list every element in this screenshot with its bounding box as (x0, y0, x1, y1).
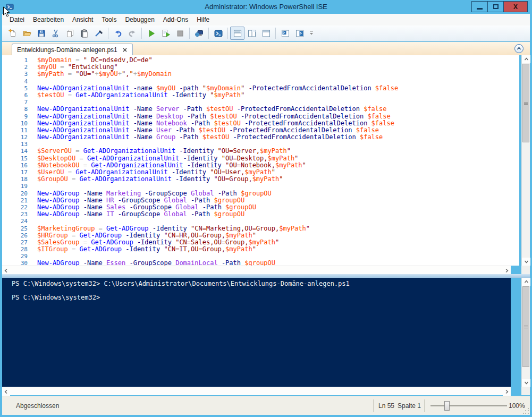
line-number: 28 (2, 246, 28, 253)
console-scroll-right-button[interactable] (503, 387, 511, 396)
line-number: 24 (2, 218, 28, 225)
menu-item-add-ons[interactable]: Add-Ons (159, 14, 192, 25)
undo-button[interactable] (111, 27, 125, 40)
minimize-button[interactable] (471, 1, 488, 12)
copy-icon (65, 29, 75, 38)
save-script-icon (37, 29, 46, 38)
code-line[interactable]: $testOU = Get-ADOrganizationalUnit -Iden… (37, 92, 398, 99)
code-line[interactable]: $ITGroup = Get-ADGroup -Identity "CN=IT,… (37, 246, 398, 253)
editor-scroll-down-button[interactable] (522, 258, 530, 266)
console-pane[interactable]: PS C:\Windows\system32> C:\Users\Adminis… (2, 278, 511, 387)
undo-icon (113, 29, 123, 38)
run-script-button[interactable] (144, 27, 158, 40)
show-script-pane-maximized-button[interactable] (259, 27, 273, 40)
editor-horizontal-scrollbar[interactable] (2, 266, 511, 274)
code-line[interactable]: New-ADGroup -Name Essen -GroupScope Doma… (37, 260, 398, 266)
resize-grip-icon[interactable] (522, 407, 529, 414)
console-scroll-up-button[interactable] (522, 278, 530, 286)
editor-scrollbar-thumb[interactable] (522, 64, 529, 142)
code-line[interactable]: $GroupOU = Get-ADOrganizationalUnit -Ide… (37, 176, 398, 183)
chevron-left-icon (3, 389, 9, 395)
line-number: 5 (2, 85, 28, 92)
chevron-up-icon (523, 56, 529, 62)
menu-item-hilfe[interactable]: Hilfe (192, 14, 214, 25)
close-button[interactable]: X (503, 1, 528, 12)
stop-operation-button[interactable] (173, 27, 187, 40)
toolbar (2, 25, 530, 41)
start-powershell-button[interactable] (211, 27, 225, 40)
powershell-window-right-icon (295, 29, 305, 38)
new-script-button[interactable] (5, 27, 20, 40)
powershell-window-right-button[interactable] (292, 27, 307, 40)
open-script-button[interactable] (20, 27, 34, 40)
toolbar-separator (208, 28, 209, 39)
console-scrollbar-corner (521, 387, 530, 395)
run-selection-button[interactable] (158, 27, 173, 40)
line-number: 10 (2, 120, 28, 127)
line-number: 16 (2, 162, 28, 169)
line-number: 26 (2, 232, 28, 239)
powershell-window-left-icon (281, 29, 290, 38)
line-number: 21 (2, 197, 28, 204)
editor-scroll-right-button[interactable] (503, 266, 511, 275)
line-number: 3 (2, 71, 28, 78)
console-vertical-scrollbar[interactable] (521, 278, 530, 387)
show-script-pane-right-button[interactable] (244, 27, 259, 40)
editor-vertical-scrollbar[interactable] (521, 55, 530, 266)
paste-button[interactable] (77, 27, 91, 40)
editor-scroll-left-button[interactable] (2, 266, 10, 275)
line-number: 25 (2, 225, 28, 232)
chevron-down-icon (523, 259, 529, 265)
show-script-pane-top-button[interactable] (230, 27, 244, 40)
redo-button[interactable] (125, 27, 139, 40)
line-number: 22 (2, 204, 28, 211)
toolbar-separator (275, 28, 276, 39)
new-remote-powershell-tab-button[interactable] (192, 27, 206, 40)
collapse-script-pane-button[interactable] (514, 44, 523, 53)
zoom-slider[interactable] (430, 405, 507, 406)
line-number: 29 (2, 253, 28, 260)
cursor-line-indicator: Ln 55 (378, 396, 394, 415)
powershell-window-left-button[interactable] (278, 27, 292, 40)
window-title: Administrator: Windows PowerShell ISE (0, 0, 532, 14)
menu-item-debuggen[interactable]: Debuggen (121, 14, 158, 25)
console-scroll-down-button[interactable] (522, 379, 530, 387)
status-bar: Abgeschlossen Ln 55 Spalte 1 100% (2, 396, 530, 415)
line-number: 17 (2, 169, 28, 176)
console-scroll-left-button[interactable] (2, 387, 10, 396)
code-line[interactable]: New-ADOrganizationalUnit -Name Group -Pa… (37, 134, 398, 141)
zoom-slider-thumb[interactable] (444, 401, 450, 411)
toolbar-separator (108, 28, 108, 39)
show-script-pane-right-icon (247, 29, 257, 38)
maximize-icon (493, 4, 499, 9)
line-number: 20 (2, 190, 28, 197)
tab-close-button[interactable] (122, 47, 128, 53)
editor-scroll-up-button[interactable] (522, 55, 530, 63)
cut-button[interactable] (48, 27, 63, 40)
line-number: 8 (2, 106, 28, 113)
clear-console-pane-button[interactable] (91, 27, 106, 40)
line-number: 19 (2, 183, 28, 190)
console-scrollbar-thumb[interactable] (522, 286, 529, 367)
menu-item-tools[interactable]: Tools (97, 14, 121, 25)
close-tab-icon (122, 47, 128, 53)
copy-button[interactable] (63, 27, 77, 40)
chevron-up-icon (523, 279, 529, 285)
chevron-right-icon (504, 268, 510, 274)
menu-item-bearbeiten[interactable]: Bearbeiten (29, 14, 68, 25)
script-editor-pane[interactable]: 1234567891011121314151617181920212223242… (2, 55, 519, 266)
open-script-icon (22, 29, 32, 38)
status-divider (373, 399, 374, 412)
title-bar[interactable]: Administrator: Windows PowerShell ISE X (0, 0, 532, 14)
new-remote-powershell-tab-icon (195, 29, 204, 38)
code-line[interactable]: New-ADGroup -Name IT -GroupScope Global … (37, 211, 398, 218)
pane-splitter[interactable] (2, 274, 530, 278)
save-script-button[interactable] (34, 27, 48, 40)
maximize-button[interactable] (487, 1, 504, 12)
line-number: 7 (2, 99, 28, 106)
toolbar-overflow-button[interactable] (308, 27, 315, 40)
menu-item-ansicht[interactable]: Ansicht (68, 14, 97, 25)
code-line[interactable]: $myPath = "OU="+$myOU+","+$myDomain (37, 71, 398, 78)
script-tab[interactable]: Entwicklungs-Domäne-anlegen.ps1 (12, 44, 133, 55)
console-horizontal-scrollbar[interactable] (2, 387, 511, 395)
